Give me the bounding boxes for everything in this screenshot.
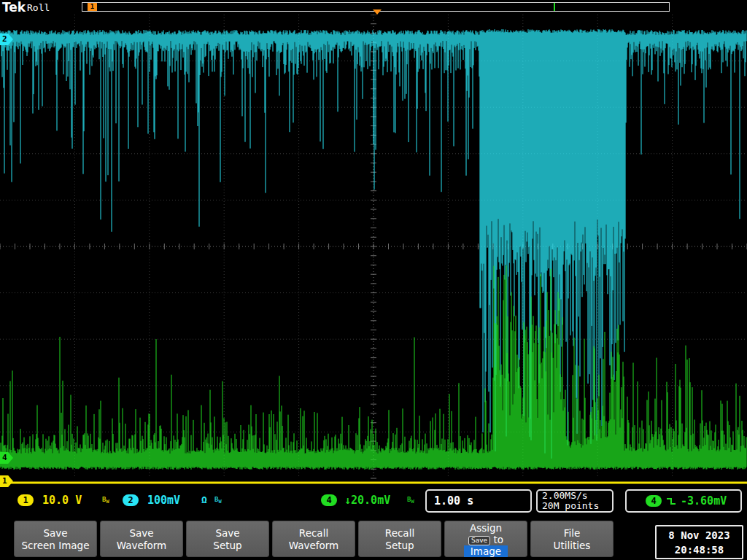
status-bar: 1 10.0 V BW 2 100mV Ω BW 4 ↓20.0mV BW 1.… — [0, 487, 747, 518]
trigger-position-icon — [554, 3, 555, 11]
menu-button-file-utilities[interactable]: File Utilities — [530, 521, 614, 557]
channel-2-badge: 2 — [123, 494, 139, 506]
channel-4-badge: 4 — [321, 494, 337, 506]
timebase-readout: 1.00 s — [425, 489, 532, 513]
expansion-point-icon — [373, 9, 382, 15]
time-label: 20:48:58 — [657, 542, 742, 557]
oscilloscope-screen: Tek Roll 1 2 4 1 1 10.0 V BW 2 100mV Ω B… — [0, 0, 747, 560]
datetime-readout: 8 Nov 2023 20:48:58 — [655, 525, 743, 559]
impedance-icon: Ω — [201, 494, 207, 506]
top-bar: Tek Roll 1 — [0, 0, 747, 15]
tek-logo: Tek — [2, 0, 26, 15]
bandwidth-icon: BW — [407, 496, 414, 505]
sample-rate-readout: 2.00MS/s 20M points — [536, 489, 614, 513]
menu-button-save-waveform[interactable]: Save Waveform — [100, 521, 183, 557]
trigger-level: -3.60mV — [681, 494, 727, 508]
menu-button-recall-waveform[interactable]: Recall Waveform — [272, 521, 355, 557]
acquisition-mode-label: Roll — [27, 2, 50, 13]
waveform-svg — [0, 15, 747, 486]
acquisition-preview-bar: 1 — [82, 2, 670, 12]
bandwidth-icon: BW — [214, 496, 222, 505]
trigger-readout: 4 -3.60mV — [625, 489, 742, 513]
channel-1-badge: 1 — [18, 494, 34, 506]
channel-1-scale: 10.0 V — [42, 494, 82, 506]
offset-arrow-icon: ↓ — [344, 494, 351, 507]
bandwidth-icon: BW — [102, 496, 109, 505]
save-key-badge: Save — [468, 536, 490, 545]
assign-target-highlight: Image — [464, 545, 508, 557]
waveform-display — [0, 15, 747, 486]
trigger-source-badge: 4 — [646, 495, 662, 507]
menu-button-assign-save[interactable]: Assign Save to Image — [444, 521, 527, 557]
date-label: 8 Nov 2023 — [657, 528, 742, 542]
acquisition-channel-marker: 1 — [88, 3, 97, 11]
channel-4-scale: ↓20.0mV — [344, 494, 390, 506]
menu-button-recall-setup[interactable]: Recall Setup — [358, 521, 441, 557]
trigger-slope-icon — [666, 496, 676, 506]
menu-bar: Save Screen Image Save Waveform Save Set… — [0, 518, 747, 560]
menu-button-save-screen-image[interactable]: Save Screen Image — [14, 521, 97, 557]
channel-2-scale: 100mV — [147, 494, 180, 506]
menu-button-save-setup[interactable]: Save Setup — [186, 521, 269, 557]
